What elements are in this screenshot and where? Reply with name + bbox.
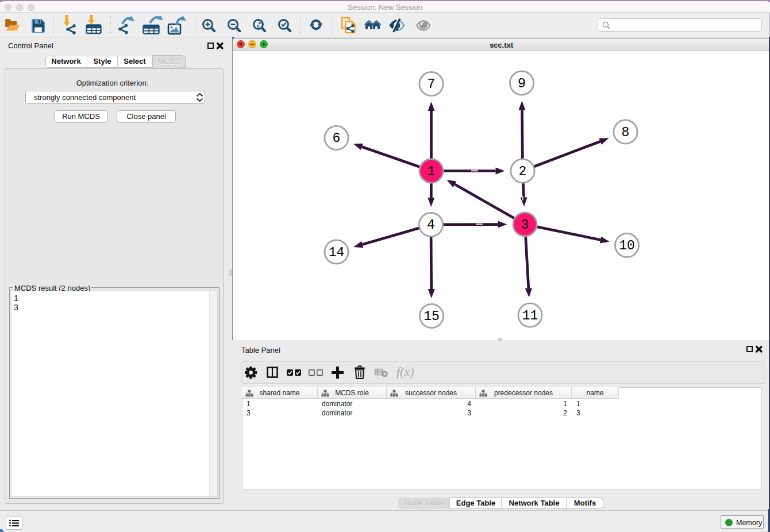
- svg-text:9: 9: [518, 76, 526, 91]
- svg-text:3: 3: [521, 218, 529, 233]
- svg-text:7: 7: [428, 77, 436, 92]
- svg-text:14: 14: [329, 245, 345, 260]
- svg-text:10: 10: [619, 238, 635, 253]
- svg-text:8: 8: [622, 125, 630, 140]
- svg-text:15: 15: [424, 309, 440, 324]
- svg-text:11: 11: [522, 309, 538, 323]
- svg-text:6: 6: [333, 131, 341, 146]
- svg-text:2: 2: [519, 164, 527, 179]
- svg-text:1: 1: [428, 164, 436, 179]
- svg-text:4: 4: [427, 218, 435, 233]
